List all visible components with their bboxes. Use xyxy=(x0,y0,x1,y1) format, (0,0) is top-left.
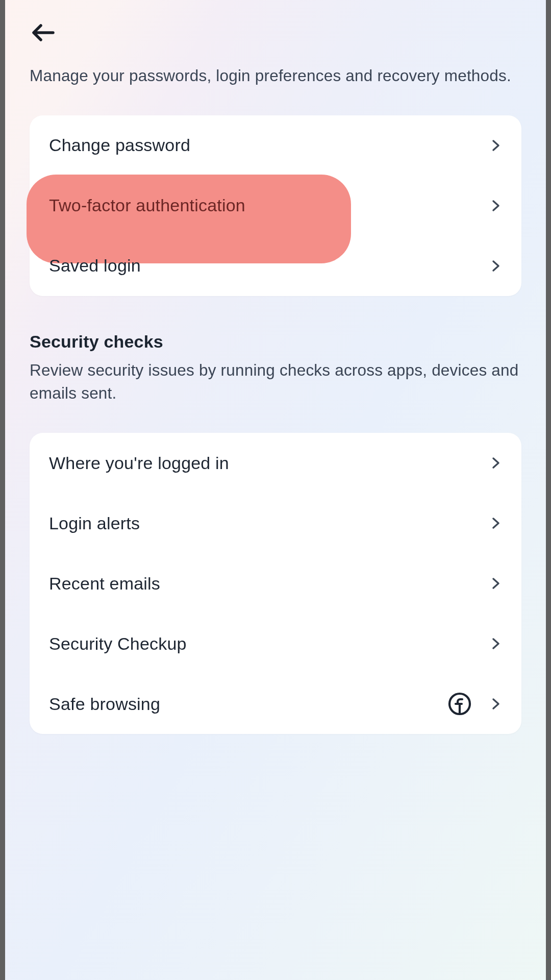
chevron-right-icon xyxy=(490,517,502,529)
chevron-right-icon xyxy=(490,260,502,272)
row-label: Safe browsing xyxy=(49,694,160,714)
back-arrow-icon[interactable] xyxy=(32,22,55,43)
chevron-right-icon xyxy=(490,457,502,469)
row-label: Security Checkup xyxy=(49,634,187,654)
security-checks-heading: Security checks xyxy=(30,332,521,352)
row-label: Login alerts xyxy=(49,513,140,533)
login-options-card: Change password Two-factor authenticatio… xyxy=(30,115,521,296)
row-two-factor-authentication[interactable]: Two-factor authentication xyxy=(30,176,521,236)
row-label: Change password xyxy=(49,135,190,155)
chevron-right-icon xyxy=(490,577,502,590)
chevron-right-icon xyxy=(490,698,502,710)
row-label: Recent emails xyxy=(49,574,160,594)
row-where-logged-in[interactable]: Where you're logged in xyxy=(30,433,521,493)
row-login-alerts[interactable]: Login alerts xyxy=(30,493,521,553)
screen-intro-text: Manage your passwords, login preferences… xyxy=(30,64,521,88)
row-change-password[interactable]: Change password xyxy=(30,115,521,176)
row-saved-login[interactable]: Saved login xyxy=(30,236,521,296)
row-safe-browsing[interactable]: Safe browsing xyxy=(30,674,521,734)
chevron-right-icon xyxy=(490,139,502,152)
chevron-right-icon xyxy=(490,200,502,212)
row-label: Saved login xyxy=(49,256,141,276)
row-label: Two-factor authentication xyxy=(49,195,245,215)
row-label: Where you're logged in xyxy=(49,453,229,473)
row-recent-emails[interactable]: Recent emails xyxy=(30,553,521,614)
row-security-checkup[interactable]: Security Checkup xyxy=(30,614,521,674)
chevron-right-icon xyxy=(490,638,502,650)
security-checks-card: Where you're logged in Login alerts Rece… xyxy=(30,433,521,734)
facebook-icon xyxy=(448,692,471,716)
security-checks-subtext: Review security issues by running checks… xyxy=(30,359,521,405)
